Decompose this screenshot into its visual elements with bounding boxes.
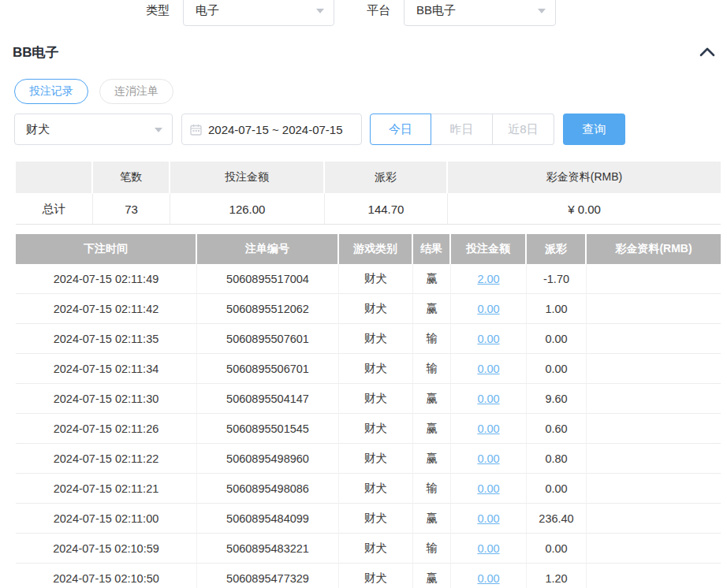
cell-bet: 0.00 (451, 504, 527, 534)
header-bet-amount: 投注金额 (451, 234, 527, 264)
cell-time: 2024-07-15 02:11:42 (16, 294, 197, 324)
cell-time: 2024-07-15 02:11:34 (16, 354, 197, 384)
cell-bet: 0.00 (451, 294, 527, 324)
cell-time: 2024-07-15 02:11:26 (16, 414, 197, 444)
bet-amount-link[interactable]: 0.00 (477, 452, 499, 465)
collapse-button[interactable] (699, 45, 716, 59)
last-8-days-button[interactable]: 近8日 (493, 114, 554, 145)
cell-time: 2024-07-15 02:10:50 (16, 564, 197, 588)
bet-amount-link[interactable]: 0.00 (477, 333, 499, 345)
cell-game: 财犬 (339, 504, 413, 534)
summary-bonus-value: ¥ 0.00 (448, 193, 721, 225)
bet-amount-link[interactable]: 0.00 (477, 512, 499, 525)
game-select[interactable]: 财犬 (14, 114, 173, 145)
table-row: 2024-07-15 02:11:30 5060895504147 财犬 赢 0… (16, 384, 721, 414)
cell-time: 2024-07-15 02:10:59 (16, 534, 197, 564)
cell-game: 财犬 (339, 564, 413, 588)
records-header-row: 下注时间 注单编号 游戏类别 结果 投注金额 派彩 彩金资料(RMB) (16, 234, 721, 264)
bet-amount-link[interactable]: 0.00 (477, 363, 499, 375)
platform-select[interactable]: BB电子 (404, 0, 556, 26)
cell-result: 赢 (413, 564, 451, 588)
cell-game: 财犬 (339, 414, 413, 444)
cell-payout: 1.00 (527, 294, 587, 324)
type-select[interactable]: 电子 (183, 0, 334, 26)
date-range-input[interactable]: 2024-07-15 ~ 2024-07-15 (181, 114, 362, 145)
bet-amount-link[interactable]: 0.00 (477, 572, 499, 585)
header-result: 结果 (413, 234, 451, 264)
table-row: 2024-07-15 02:11:34 5060895506701 财犬 输 0… (16, 354, 721, 384)
cell-payout: 0.00 (527, 534, 587, 564)
button-label: 查询 (583, 122, 606, 137)
cell-result: 输 (413, 474, 451, 504)
cell-order: 5060895504147 (197, 384, 339, 414)
tab-cancelled-orders[interactable]: 连消注单 (99, 79, 173, 104)
cell-payout: 0.00 (527, 354, 587, 384)
section-title: BB电子 (13, 43, 716, 62)
cell-payout: 1.20 (527, 564, 587, 588)
summary-payout-value: 144.70 (325, 193, 448, 225)
bet-amount-link[interactable]: 0.00 (477, 422, 499, 435)
cell-game: 财犬 (339, 474, 413, 504)
cell-order: 5060895517004 (197, 264, 339, 294)
bet-amount-link[interactable]: 2.00 (477, 273, 499, 285)
chevron-up-icon (699, 45, 716, 59)
cell-bet: 0.00 (451, 444, 527, 474)
cell-game: 财犬 (339, 384, 413, 414)
cell-order: 5060895501545 (197, 414, 339, 444)
query-button[interactable]: 查询 (563, 114, 625, 145)
cell-payout: -1.70 (527, 264, 587, 294)
tab-bar: 投注记录 连消注单 (14, 79, 173, 104)
game-select-value: 财犬 (26, 122, 50, 137)
chevron-down-icon (316, 9, 324, 13)
yesterday-button[interactable]: 昨日 (431, 114, 493, 145)
cell-order: 5060895506701 (197, 354, 339, 384)
summary-table: 笔数 投注金额 派彩 彩金资料(RMB) 总计 73 126.00 144.70… (16, 162, 721, 225)
cell-bet: 0.00 (451, 414, 527, 444)
table-row: 2024-07-15 02:11:22 5060895498960 财犬 赢 0… (16, 444, 721, 474)
cell-bet: 2.00 (451, 264, 527, 294)
cell-bonus (587, 414, 721, 444)
cell-time: 2024-07-15 02:11:30 (16, 384, 197, 414)
cell-game: 财犬 (339, 264, 413, 294)
tab-label: 投注记录 (29, 84, 73, 99)
cell-result: 赢 (413, 264, 451, 294)
cell-bonus (587, 534, 721, 564)
cell-order: 5060895512062 (197, 294, 339, 324)
cell-result: 输 (413, 324, 451, 354)
table-row: 2024-07-15 02:11:21 5060895498086 财犬 输 0… (16, 474, 721, 504)
cell-payout: 9.60 (527, 384, 587, 414)
cell-bet: 0.00 (451, 474, 527, 504)
date-range-value: 2024-07-15 ~ 2024-07-15 (208, 123, 343, 136)
summary-total-label: 总计 (16, 193, 93, 225)
cell-result: 赢 (413, 414, 451, 444)
cell-bonus (587, 324, 721, 354)
cell-result: 输 (413, 534, 451, 564)
cell-result: 赢 (413, 504, 451, 534)
cell-bonus (587, 444, 721, 474)
cell-bonus (587, 564, 721, 588)
bet-amount-link[interactable]: 0.00 (477, 393, 499, 405)
cell-bet: 0.00 (451, 354, 527, 384)
records-table: 下注时间 注单编号 游戏类别 结果 投注金额 派彩 彩金资料(RMB) 2024… (16, 234, 721, 588)
cell-game: 财犬 (339, 534, 413, 564)
cell-game: 财犬 (339, 354, 413, 384)
section-header: BB电子 (13, 43, 716, 62)
bet-amount-link[interactable]: 0.00 (477, 303, 499, 315)
header-bonus: 彩金资料(RMB) (587, 234, 721, 264)
cell-order: 5060895498960 (197, 444, 339, 474)
today-button[interactable]: 今日 (370, 114, 431, 145)
bet-amount-link[interactable]: 0.00 (477, 482, 499, 495)
bet-amount-link[interactable]: 0.00 (477, 542, 499, 555)
toolbar: 财犬 2024-07-15 ~ 2024-07-15 今日 昨日 (14, 114, 625, 145)
cell-time: 2024-07-15 02:11:49 (16, 264, 197, 294)
tab-bet-records[interactable]: 投注记录 (14, 79, 88, 104)
type-label: 类型 (146, 0, 170, 26)
tab-label: 连消注单 (114, 84, 158, 99)
header-order-number: 注单编号 (197, 234, 339, 264)
cell-bet: 0.00 (451, 534, 527, 564)
cell-bonus (587, 474, 721, 504)
table-row: 2024-07-15 02:11:42 5060895512062 财犬 赢 0… (16, 294, 721, 324)
header-bet-time: 下注时间 (16, 234, 197, 264)
chevron-down-icon (538, 9, 546, 13)
cell-time: 2024-07-15 02:11:00 (16, 504, 197, 534)
